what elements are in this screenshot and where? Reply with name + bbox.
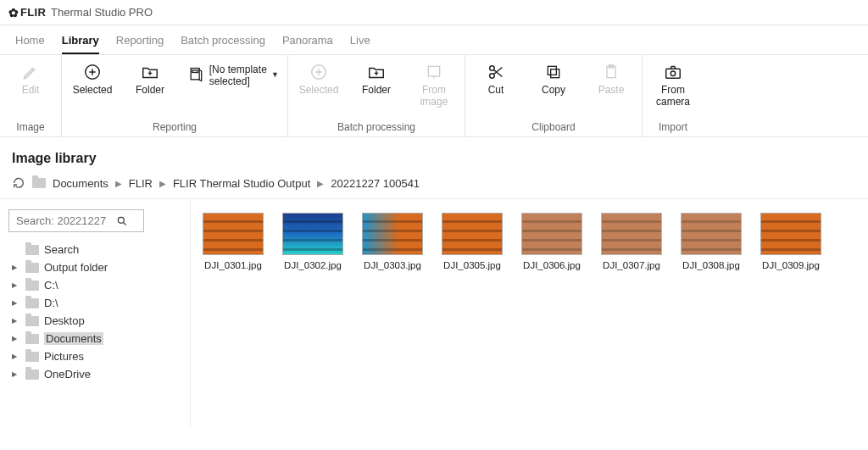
tab-reporting[interactable]: Reporting [116, 34, 164, 54]
thumbnail[interactable]: DJI_0308.jpg [681, 213, 742, 270]
breadcrumb-separator-icon: ▶ [115, 179, 122, 188]
thumbnail[interactable]: DJI_0306.jpg [521, 213, 582, 270]
group-caption-batch: Batch processing [337, 121, 415, 133]
breadcrumb-segment[interactable]: FLIR [129, 177, 153, 190]
titlebar: ✿ FLIR Thermal Studio PRO [0, 0, 868, 25]
folder-icon [25, 245, 39, 255]
folder-icon [25, 369, 39, 380]
thumbnail-image [760, 213, 821, 255]
folder-plus-icon [366, 62, 387, 82]
thumbnail[interactable]: DJI_0301.jpg [203, 213, 264, 270]
tree-item-label: Pictures [44, 350, 84, 363]
thumbnail-image [362, 213, 423, 255]
page-title: Image library [0, 137, 868, 173]
thumbnail-name: DJI_0308.jpg [682, 260, 740, 270]
report-selected-button[interactable]: Selected [70, 62, 114, 96]
from-image-button[interactable]: From image [412, 62, 456, 108]
tab-batch-processing[interactable]: Batch processing [181, 34, 265, 54]
folder-icon [25, 352, 39, 362]
folder-tree: Search▶Output folder▶C:\▶D:\▶Desktop▶Doc… [10, 241, 181, 383]
from-camera-button[interactable]: From camera [651, 62, 695, 108]
thumbnail-image [521, 213, 582, 255]
folder-icon [25, 298, 39, 308]
expand-icon[interactable]: ▶ [12, 264, 20, 271]
breadcrumb-segment[interactable]: FLIR Thermal Studio Output [173, 177, 310, 190]
batch-selected-button[interactable]: Selected [297, 62, 341, 96]
breadcrumb-segment[interactable]: Documents [53, 177, 108, 190]
camera-icon [663, 62, 683, 82]
template-dropdown[interactable]: [No template selected] ▼ [186, 62, 279, 88]
thumbnail[interactable]: DJI_0302.jpg [282, 213, 343, 270]
search-input[interactable] [14, 214, 116, 228]
tab-library[interactable]: Library [62, 34, 99, 54]
tree-item[interactable]: ▶D:\ [10, 294, 181, 312]
plus-circle-icon [82, 62, 103, 82]
scissors-icon [486, 62, 506, 82]
edit-label: Edit [22, 84, 40, 96]
edit-button[interactable]: Edit [8, 62, 53, 96]
thumbnail-name: DJI_0306.jpg [523, 260, 581, 270]
thumbnail-name: DJI_0309.jpg [762, 260, 820, 270]
svg-rect-7 [551, 69, 559, 78]
group-caption-clipboard: Clipboard [531, 121, 575, 133]
thumbnail[interactable]: DJI_0307.jpg [601, 213, 662, 270]
expand-icon[interactable]: ▶ [12, 353, 20, 360]
expand-icon[interactable]: ▶ [12, 317, 20, 325]
thumbnail-name: DJI_0301.jpg [204, 260, 262, 270]
pencil-icon [20, 62, 41, 82]
tree-item-label: Search [44, 243, 79, 256]
workspace: Search▶Output folder▶C:\▶D:\▶Desktop▶Doc… [0, 198, 868, 428]
batch-folder-button[interactable]: Folder [354, 62, 398, 96]
search-icon[interactable] [116, 215, 128, 227]
group-caption-reporting: Reporting [153, 121, 197, 133]
paste-label: Paste [598, 84, 625, 96]
tree-item-label: Desktop [44, 314, 85, 327]
tree-item-label: C:\ [44, 279, 58, 292]
tree-item[interactable]: ▶C:\ [10, 276, 181, 294]
folder-plus-icon [140, 62, 160, 82]
svg-rect-8 [548, 66, 556, 75]
thumbnail[interactable]: DJI_0309.jpg [760, 213, 821, 270]
thumbnail-image [282, 213, 343, 255]
ribbon-group-reporting: Selected Folder [No template selected] ▼… [62, 55, 288, 136]
group-caption-image: Image [16, 121, 44, 133]
breadcrumb-path[interactable]: Documents▶FLIR▶FLIR Thermal Studio Outpu… [53, 177, 420, 190]
thumbnail[interactable]: DJI_0305.jpg [442, 213, 503, 270]
tab-panorama[interactable]: Panorama [282, 34, 333, 54]
expand-icon[interactable]: ▶ [12, 370, 20, 378]
tree-item[interactable]: ▶Output folder [10, 258, 181, 276]
report-folder-label: Folder [136, 84, 164, 96]
brand-label: FLIR [20, 6, 46, 19]
report-folder-button[interactable]: Folder [128, 62, 172, 96]
logo-icon: ✿ [8, 6, 19, 19]
tree-item[interactable]: ▶Documents [10, 330, 181, 347]
tab-live[interactable]: Live [350, 34, 370, 54]
template-label: [No template selected] [209, 64, 268, 88]
svg-point-12 [670, 71, 676, 76]
refresh-icon[interactable] [12, 176, 25, 190]
copy-icon [543, 62, 564, 82]
tree-item[interactable]: ▶OneDrive [10, 365, 181, 383]
tree-item-label: Output folder [44, 261, 108, 274]
ribbon-group-image: Edit Image [0, 55, 62, 136]
tab-home[interactable]: Home [15, 34, 45, 54]
tree-item[interactable]: ▶Pictures [10, 347, 181, 365]
folder-icon [25, 334, 39, 344]
expand-icon[interactable]: ▶ [12, 299, 20, 307]
breadcrumb-segment[interactable]: 20221227 100541 [331, 177, 420, 190]
copy-button[interactable]: Copy [531, 62, 576, 96]
search-box[interactable] [8, 209, 144, 232]
ribbon-group-import: From camera Import [643, 55, 704, 136]
from-image-label: From image [412, 84, 456, 108]
folder-icon [25, 281, 39, 291]
cut-button[interactable]: Cut [474, 62, 518, 96]
expand-icon[interactable]: ▶ [12, 335, 20, 342]
expand-icon[interactable]: ▶ [12, 281, 20, 289]
tree-item[interactable]: Search [10, 241, 181, 258]
paste-button[interactable]: Paste [589, 62, 633, 96]
copy-label: Copy [542, 84, 565, 96]
svg-point-13 [118, 217, 124, 223]
from-image-icon [424, 62, 444, 82]
tree-item[interactable]: ▶Desktop [10, 312, 181, 330]
thumbnail[interactable]: DJI_0303.jpg [362, 213, 423, 270]
